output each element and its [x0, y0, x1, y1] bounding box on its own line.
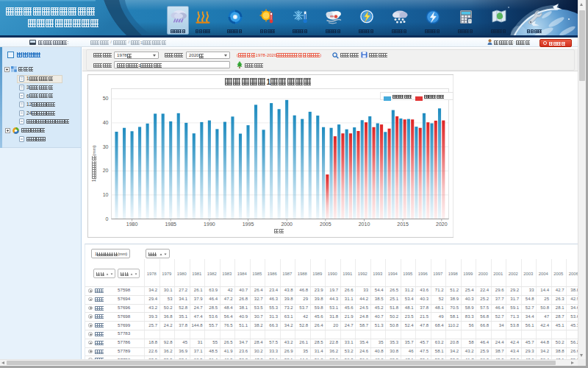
- svg-text:2005: 2005: [320, 222, 331, 227]
- svg-text:1980: 1980: [126, 222, 137, 227]
- svg-text:2000: 2000: [281, 222, 293, 227]
- svg-text:2010: 2010: [358, 222, 370, 227]
- svg-text:2015: 2015: [397, 222, 409, 227]
- svg-text:10: 10: [102, 192, 108, 197]
- svg-text:20: 20: [102, 168, 108, 173]
- svg-text:50: 50: [102, 96, 108, 101]
- svg-text:1990: 1990: [204, 222, 215, 227]
- svg-text:1985: 1985: [165, 222, 176, 227]
- svg-text:30: 30: [102, 144, 108, 149]
- svg-text:1995: 1995: [242, 222, 254, 227]
- svg-text:0: 0: [105, 216, 108, 222]
- svg-text:2020: 2020: [436, 222, 448, 227]
- svg-text:40: 40: [102, 120, 108, 125]
